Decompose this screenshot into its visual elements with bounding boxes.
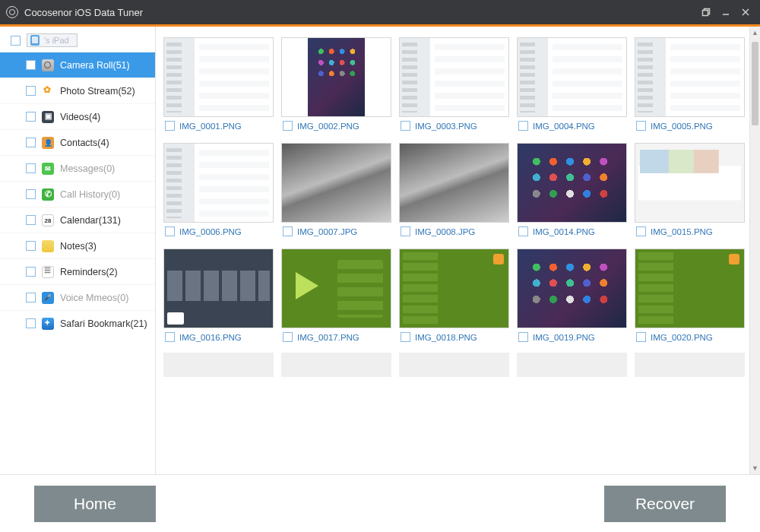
- category-checkbox[interactable]: [26, 163, 36, 173]
- thumbnail-tile[interactable]: IMG_0005.PNG: [635, 37, 745, 138]
- thumbnail-tile[interactable]: IMG_0015.PNG: [635, 143, 745, 244]
- thumbnail-image[interactable]: [517, 249, 627, 328]
- thumbnail-caption: IMG_0008.JPG: [399, 223, 509, 244]
- thumbnail-checkbox[interactable]: [401, 226, 410, 236]
- category-label: Contacts(4): [60, 138, 109, 148]
- gallery-panel: IMG_0001.PNGIMG_0002.PNGIMG_0003.PNGIMG_…: [156, 27, 760, 474]
- thumbnail-image[interactable]: [399, 249, 509, 328]
- close-window-icon[interactable]: [736, 4, 755, 21]
- thumbnail-tile[interactable]: IMG_0002.PNG: [281, 37, 391, 138]
- thumbnail-image[interactable]: [281, 143, 391, 223]
- scroll-thumb[interactable]: [752, 42, 758, 125]
- sidebar-item-5[interactable]: Call History(0): [0, 181, 155, 207]
- thumbnail-image[interactable]: [163, 249, 274, 328]
- thumbnail-checkbox[interactable]: [165, 121, 175, 131]
- thumbnail-tile[interactable]: IMG_0007.JPG: [281, 143, 391, 244]
- icon-reminders: [42, 266, 54, 278]
- thumbnail-checkbox[interactable]: [636, 121, 646, 131]
- thumbnail-tile[interactable]: IMG_0019.PNG: [517, 249, 627, 377]
- thumbnail-tile[interactable]: IMG_0016.PNG: [163, 249, 274, 377]
- thumbnail-image[interactable]: [281, 37, 391, 117]
- thumbnail-checkbox[interactable]: [518, 226, 528, 236]
- category-checkbox[interactable]: [26, 189, 36, 199]
- thumbnail-tile[interactable]: IMG_0017.PNG: [281, 249, 391, 377]
- thumbnail-filename: IMG_0017.PNG: [297, 333, 359, 342]
- category-checkbox[interactable]: [26, 241, 36, 251]
- sidebar-item-3[interactable]: Contacts(4): [0, 129, 155, 155]
- thumbnail-image[interactable]: [517, 143, 627, 223]
- sidebar-item-2[interactable]: Videos(4): [0, 103, 155, 129]
- thumbnail-caption: IMG_0001.PNG: [163, 117, 274, 138]
- thumbnail-tile[interactable]: IMG_0008.JPG: [399, 143, 509, 244]
- category-checkbox[interactable]: [26, 60, 36, 70]
- thumbnail-tile[interactable]: IMG_0001.PNG: [163, 37, 274, 138]
- scrollbar[interactable]: ▲ ▼: [749, 27, 760, 474]
- thumbnail-tile[interactable]: IMG_0020.PNG: [635, 249, 745, 377]
- sidebar-item-10[interactable]: Safari Bookmark(21): [0, 310, 155, 336]
- thumbnail-image[interactable]: [635, 37, 745, 117]
- icon-photostream: [42, 85, 54, 97]
- icon-voice: [42, 292, 54, 304]
- thumbnail-tile[interactable]: IMG_0003.PNG: [399, 37, 509, 138]
- minimize-window-icon[interactable]: [716, 4, 736, 21]
- sidebar-item-9[interactable]: Voice Mmeos(0): [0, 284, 155, 310]
- category-label: Safari Bookmark(21): [60, 318, 147, 329]
- app-logo-icon: [6, 6, 18, 18]
- thumbnail-caption: IMG_0016.PNG: [163, 328, 274, 350]
- thumbnail-checkbox[interactable]: [283, 226, 293, 236]
- category-checkbox[interactable]: [26, 267, 36, 277]
- scroll-down-icon[interactable]: ▼: [750, 462, 760, 474]
- category-checkbox[interactable]: [26, 112, 36, 122]
- thumbnail-checkbox[interactable]: [636, 226, 646, 236]
- thumbnail-tile[interactable]: IMG_0018.PNG: [399, 249, 509, 377]
- category-checkbox[interactable]: [26, 318, 36, 328]
- home-button[interactable]: Home: [34, 486, 156, 522]
- thumbnail-filename: IMG_0020.PNG: [651, 333, 713, 342]
- thumbnail-caption: IMG_0018.PNG: [399, 328, 509, 350]
- thumbnail-checkbox[interactable]: [165, 226, 175, 236]
- thumbnail-image[interactable]: [399, 143, 509, 223]
- sidebar-item-0[interactable]: Camera Roll(51): [0, 52, 155, 78]
- thumbnail-filename: IMG_0003.PNG: [415, 122, 477, 131]
- thumbnail-checkbox[interactable]: [283, 332, 293, 342]
- thumbnail-checkbox[interactable]: [283, 121, 293, 131]
- scroll-up-icon[interactable]: ▲: [750, 27, 760, 39]
- device-row[interactable]: 's iPad: [0, 29, 155, 52]
- thumbnail-tile[interactable]: IMG_0014.PNG: [517, 143, 627, 244]
- thumbnail-image[interactable]: [635, 249, 745, 328]
- thumbnail-caption: IMG_0015.PNG: [635, 223, 745, 244]
- thumbnail-tile[interactable]: IMG_0004.PNG: [517, 37, 627, 138]
- restore-window-icon[interactable]: [696, 4, 716, 21]
- sidebar-item-4[interactable]: Messages(0): [0, 155, 155, 181]
- category-checkbox[interactable]: [26, 86, 36, 96]
- sidebar-item-8[interactable]: Reminders(2): [0, 258, 155, 284]
- thumbnail-image[interactable]: [281, 249, 391, 328]
- thumbnail-image[interactable]: [163, 37, 274, 117]
- category-label: Reminders(2): [60, 267, 118, 277]
- device-chip[interactable]: 's iPad: [27, 33, 78, 47]
- recover-button[interactable]: Recover: [604, 486, 726, 522]
- thumbnail-checkbox[interactable]: [518, 121, 528, 131]
- thumbnail-image[interactable]: [517, 37, 627, 117]
- category-checkbox[interactable]: [26, 215, 36, 225]
- thumbnail-checkbox[interactable]: [636, 332, 646, 342]
- category-label: Camera Roll(51): [60, 60, 130, 71]
- sidebar-item-1[interactable]: Photo Stream(52): [0, 78, 155, 103]
- icon-messages: [42, 163, 54, 175]
- sidebar-item-6[interactable]: Calendar(131): [0, 207, 155, 233]
- thumbnail-checkbox[interactable]: [401, 332, 410, 342]
- icon-videos: [42, 111, 54, 123]
- category-checkbox[interactable]: [26, 138, 36, 147]
- thumbnail-tile[interactable]: IMG_0006.PNG: [163, 143, 274, 244]
- category-label: Photo Stream(52): [60, 86, 135, 97]
- thumbnail-image[interactable]: [635, 143, 745, 223]
- thumbnail-image[interactable]: [399, 37, 509, 117]
- thumbnail-checkbox[interactable]: [401, 121, 410, 131]
- thumbnail-checkbox[interactable]: [518, 332, 528, 342]
- thumbnail-checkbox[interactable]: [165, 332, 175, 342]
- category-checkbox[interactable]: [26, 293, 36, 302]
- icon-calendar: [42, 214, 54, 226]
- sidebar-item-7[interactable]: Notes(3): [0, 233, 155, 258]
- device-checkbox[interactable]: [11, 36, 21, 46]
- thumbnail-image[interactable]: [163, 143, 274, 223]
